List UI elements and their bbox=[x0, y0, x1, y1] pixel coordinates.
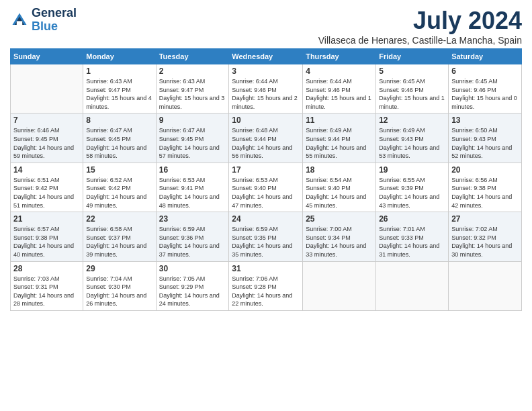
day-number: 27 bbox=[451, 214, 519, 224]
calendar-table: Sunday Monday Tuesday Wednesday Thursday… bbox=[10, 48, 522, 311]
day-number: 9 bbox=[159, 116, 226, 125]
cell-week5-day6 bbox=[449, 261, 522, 310]
title-section: July 2024 Villaseca de Henares, Castille… bbox=[318, 7, 522, 46]
cell-week5-day3: 31Sunrise: 7:06 AMSunset: 9:28 PMDayligh… bbox=[229, 261, 303, 310]
cell-week1-day2: 2Sunrise: 6:43 AMSunset: 9:47 PMDaylight… bbox=[156, 64, 229, 113]
logo-line1: General bbox=[32, 7, 77, 20]
day-number: 1 bbox=[86, 66, 152, 76]
cell-week5-day4 bbox=[303, 261, 376, 310]
day-number: 23 bbox=[159, 214, 226, 224]
cell-week1-day4: 4Sunrise: 6:44 AMSunset: 9:46 PMDaylight… bbox=[303, 64, 376, 113]
day-info: Sunrise: 7:02 AMSunset: 9:32 PMDaylight:… bbox=[451, 225, 519, 259]
header-friday: Friday bbox=[376, 49, 449, 64]
header-sunday: Sunday bbox=[11, 49, 83, 64]
header: General Blue July 2024 Villaseca de Hena… bbox=[10, 7, 522, 46]
day-info: Sunrise: 6:43 AMSunset: 9:47 PMDaylight:… bbox=[159, 77, 226, 111]
cell-week3-day5: 19Sunrise: 6:55 AMSunset: 9:39 PMDayligh… bbox=[376, 163, 449, 212]
day-number: 11 bbox=[306, 116, 373, 125]
cell-week4-day2: 23Sunrise: 6:59 AMSunset: 9:36 PMDayligh… bbox=[156, 212, 229, 261]
day-number: 12 bbox=[379, 116, 445, 125]
header-tuesday: Tuesday bbox=[156, 49, 229, 64]
logo-line2: Blue bbox=[32, 20, 77, 34]
day-info: Sunrise: 6:54 AMSunset: 9:40 PMDaylight:… bbox=[306, 176, 373, 210]
header-monday: Monday bbox=[83, 49, 156, 64]
day-number: 24 bbox=[232, 214, 300, 224]
day-info: Sunrise: 6:58 AMSunset: 9:37 PMDaylight:… bbox=[86, 225, 152, 259]
day-number: 31 bbox=[232, 264, 300, 273]
cell-week4-day0: 21Sunrise: 6:57 AMSunset: 9:38 PMDayligh… bbox=[11, 212, 83, 261]
cell-week4-day3: 24Sunrise: 6:59 AMSunset: 9:35 PMDayligh… bbox=[229, 212, 303, 261]
week-row-4: 21Sunrise: 6:57 AMSunset: 9:38 PMDayligh… bbox=[11, 212, 522, 261]
header-wednesday: Wednesday bbox=[229, 49, 303, 64]
day-info: Sunrise: 6:46 AMSunset: 9:45 PMDaylight:… bbox=[13, 126, 80, 160]
day-number: 5 bbox=[379, 66, 445, 76]
day-number: 25 bbox=[306, 214, 373, 224]
cell-week3-day2: 16Sunrise: 6:53 AMSunset: 9:41 PMDayligh… bbox=[156, 163, 229, 212]
week-row-2: 7Sunrise: 6:46 AMSunset: 9:45 PMDaylight… bbox=[11, 113, 522, 163]
day-number: 7 bbox=[13, 116, 80, 125]
day-number: 10 bbox=[232, 116, 300, 125]
subtitle: Villaseca de Henares, Castille-La Mancha… bbox=[318, 35, 522, 46]
day-info: Sunrise: 7:05 AMSunset: 9:29 PMDaylight:… bbox=[159, 275, 226, 308]
cell-week2-day4: 11Sunrise: 6:49 AMSunset: 9:44 PMDayligh… bbox=[303, 113, 376, 163]
cell-week2-day5: 12Sunrise: 6:49 AMSunset: 9:43 PMDayligh… bbox=[376, 113, 449, 163]
cell-week2-day0: 7Sunrise: 6:46 AMSunset: 9:45 PMDaylight… bbox=[11, 113, 83, 163]
day-info: Sunrise: 6:53 AMSunset: 9:41 PMDaylight:… bbox=[159, 176, 226, 210]
day-info: Sunrise: 6:52 AMSunset: 9:42 PMDaylight:… bbox=[86, 176, 152, 210]
day-number: 17 bbox=[232, 165, 300, 175]
cell-week4-day5: 26Sunrise: 7:01 AMSunset: 9:33 PMDayligh… bbox=[376, 212, 449, 261]
day-info: Sunrise: 7:01 AMSunset: 9:33 PMDaylight:… bbox=[379, 225, 445, 259]
day-number: 8 bbox=[86, 116, 152, 125]
cell-week1-day3: 3Sunrise: 6:44 AMSunset: 9:46 PMDaylight… bbox=[229, 64, 303, 113]
cell-week4-day6: 27Sunrise: 7:02 AMSunset: 9:32 PMDayligh… bbox=[449, 212, 522, 261]
cell-week2-day1: 8Sunrise: 6:47 AMSunset: 9:45 PMDaylight… bbox=[83, 113, 156, 163]
cell-week1-day0 bbox=[11, 64, 83, 113]
day-info: Sunrise: 6:56 AMSunset: 9:38 PMDaylight:… bbox=[451, 176, 519, 210]
weekday-header-row: Sunday Monday Tuesday Wednesday Thursday… bbox=[11, 49, 522, 64]
day-number: 21 bbox=[13, 214, 80, 224]
week-row-5: 28Sunrise: 7:03 AMSunset: 9:31 PMDayligh… bbox=[11, 261, 522, 310]
day-info: Sunrise: 7:04 AMSunset: 9:30 PMDaylight:… bbox=[86, 275, 152, 308]
day-info: Sunrise: 6:47 AMSunset: 9:45 PMDaylight:… bbox=[86, 126, 152, 160]
header-saturday: Saturday bbox=[449, 49, 522, 64]
day-number: 6 bbox=[451, 66, 519, 76]
day-number: 13 bbox=[451, 116, 519, 125]
cell-week3-day1: 15Sunrise: 6:52 AMSunset: 9:42 PMDayligh… bbox=[83, 163, 156, 212]
cell-week4-day4: 25Sunrise: 7:00 AMSunset: 9:34 PMDayligh… bbox=[303, 212, 376, 261]
day-number: 3 bbox=[232, 66, 300, 76]
main-title: July 2024 bbox=[318, 7, 522, 35]
day-info: Sunrise: 6:57 AMSunset: 9:38 PMDaylight:… bbox=[13, 225, 80, 259]
cell-week5-day5 bbox=[376, 261, 449, 310]
day-number: 18 bbox=[306, 165, 373, 175]
day-info: Sunrise: 6:59 AMSunset: 9:36 PMDaylight:… bbox=[159, 225, 226, 259]
day-info: Sunrise: 6:49 AMSunset: 9:44 PMDaylight:… bbox=[306, 126, 373, 160]
day-info: Sunrise: 6:45 AMSunset: 9:46 PMDaylight:… bbox=[379, 77, 445, 111]
day-info: Sunrise: 6:49 AMSunset: 9:43 PMDaylight:… bbox=[379, 126, 445, 160]
day-number: 20 bbox=[451, 165, 519, 175]
day-number: 2 bbox=[159, 66, 226, 76]
day-number: 26 bbox=[379, 214, 445, 224]
page: General Blue July 2024 Villaseca de Hena… bbox=[0, 0, 532, 411]
cell-week1-day1: 1Sunrise: 6:43 AMSunset: 9:47 PMDaylight… bbox=[83, 64, 156, 113]
day-info: Sunrise: 6:45 AMSunset: 9:46 PMDaylight:… bbox=[451, 77, 519, 111]
cell-week2-day6: 13Sunrise: 6:50 AMSunset: 9:43 PMDayligh… bbox=[449, 113, 522, 163]
day-info: Sunrise: 6:43 AMSunset: 9:47 PMDaylight:… bbox=[86, 77, 152, 111]
cell-week3-day6: 20Sunrise: 6:56 AMSunset: 9:38 PMDayligh… bbox=[449, 163, 522, 212]
logo-icon bbox=[10, 11, 29, 30]
day-number: 28 bbox=[13, 264, 80, 273]
day-info: Sunrise: 6:55 AMSunset: 9:39 PMDaylight:… bbox=[379, 176, 445, 210]
day-number: 14 bbox=[13, 165, 80, 175]
day-info: Sunrise: 6:48 AMSunset: 9:44 PMDaylight:… bbox=[232, 126, 300, 160]
day-info: Sunrise: 7:03 AMSunset: 9:31 PMDaylight:… bbox=[13, 275, 80, 308]
cell-week5-day0: 28Sunrise: 7:03 AMSunset: 9:31 PMDayligh… bbox=[11, 261, 83, 310]
day-number: 22 bbox=[86, 214, 152, 224]
cell-week2-day3: 10Sunrise: 6:48 AMSunset: 9:44 PMDayligh… bbox=[229, 113, 303, 163]
day-info: Sunrise: 6:59 AMSunset: 9:35 PMDaylight:… bbox=[232, 225, 300, 259]
week-row-1: 1Sunrise: 6:43 AMSunset: 9:47 PMDaylight… bbox=[11, 64, 522, 113]
day-info: Sunrise: 6:50 AMSunset: 9:43 PMDaylight:… bbox=[451, 126, 519, 160]
day-number: 15 bbox=[86, 165, 152, 175]
cell-week1-day5: 5Sunrise: 6:45 AMSunset: 9:46 PMDaylight… bbox=[376, 64, 449, 113]
day-number: 16 bbox=[159, 165, 226, 175]
svg-rect-2 bbox=[17, 21, 22, 25]
day-info: Sunrise: 6:51 AMSunset: 9:42 PMDaylight:… bbox=[13, 176, 80, 210]
